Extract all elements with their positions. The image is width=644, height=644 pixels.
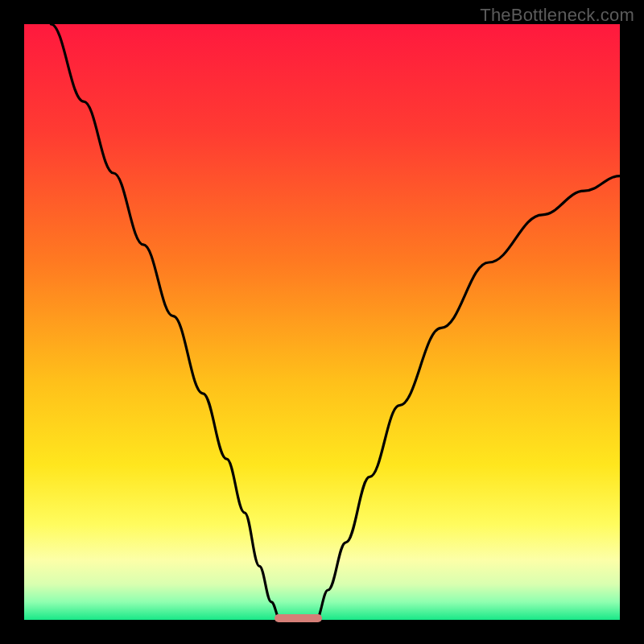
- left-curve: [51, 24, 280, 620]
- bottleneck-marker: [275, 614, 322, 622]
- watermark-text: TheBottleneck.com: [480, 5, 634, 26]
- curves-layer: [24, 24, 620, 620]
- right-curve: [316, 176, 620, 620]
- chart-frame: TheBottleneck.com: [0, 0, 644, 644]
- plot-area: [24, 24, 620, 620]
